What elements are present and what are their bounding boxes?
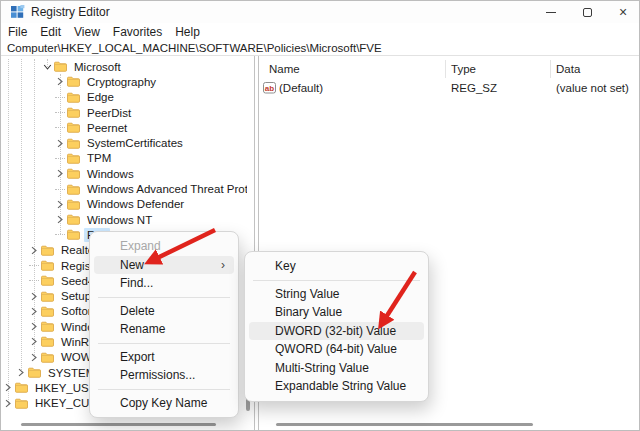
context-menu-item-rename[interactable]: Rename bbox=[94, 320, 234, 339]
menu-separator bbox=[253, 280, 420, 281]
chevron-right-icon[interactable] bbox=[29, 337, 39, 347]
tree-item-windows-nt[interactable]: Windows NT bbox=[1, 212, 247, 227]
new-submenu-item-qword-64-bit-value[interactable]: QWORD (64-bit) Value bbox=[249, 340, 424, 359]
value-data: (value not set) bbox=[556, 82, 629, 94]
folder-icon bbox=[41, 306, 54, 317]
close-button[interactable]: × bbox=[609, 1, 637, 23]
tree-item-edge[interactable]: Edge bbox=[1, 90, 247, 105]
menubar-item-favorites[interactable]: Favorites bbox=[113, 25, 162, 39]
column-header-data[interactable]: Data bbox=[556, 63, 580, 75]
maximize-icon bbox=[583, 8, 592, 17]
context-menu-item-find[interactable]: Find... bbox=[94, 274, 234, 293]
folder-icon bbox=[41, 260, 54, 271]
tree-item-label: Windows bbox=[84, 167, 137, 181]
address-bar[interactable]: Computer\HKEY_LOCAL_MACHINE\SOFTWARE\Pol… bbox=[1, 41, 639, 56]
value-row-default[interactable]: ab (Default) REG_SZ (value not set) bbox=[259, 81, 639, 97]
registry-editor-window: Registry Editor × FileEditViewFavoritesH… bbox=[0, 0, 640, 431]
folder-icon bbox=[67, 138, 80, 149]
folder-icon bbox=[41, 321, 54, 332]
chevron-right-icon[interactable] bbox=[55, 199, 65, 209]
string-value-icon: ab bbox=[263, 82, 277, 97]
tree-item-microsoft[interactable]: Microsoft bbox=[1, 59, 247, 74]
column-header-name[interactable]: Name bbox=[269, 63, 300, 75]
column-separator[interactable] bbox=[550, 60, 551, 78]
folder-icon bbox=[67, 76, 80, 87]
tree-item-label: Windows Advanced Threat Protecti bbox=[84, 182, 247, 196]
tree-connector bbox=[29, 280, 39, 281]
menu-separator bbox=[98, 297, 230, 298]
chevron-right-icon[interactable] bbox=[16, 368, 26, 378]
tree-horizontal-scrollbar[interactable] bbox=[21, 423, 216, 426]
tree-item-cryptography[interactable]: Cryptography bbox=[1, 74, 247, 89]
folder-icon bbox=[67, 153, 80, 164]
value-type: REG_SZ bbox=[451, 82, 497, 94]
tree-item-label: Windows NT bbox=[84, 213, 155, 227]
tree-item-windows-advanced-threat-protecti[interactable]: Windows Advanced Threat Protecti bbox=[1, 181, 247, 196]
tree-item-label: TPM bbox=[84, 151, 114, 165]
column-separator[interactable] bbox=[445, 60, 446, 78]
tree-item-systemcertificates[interactable]: SystemCertificates bbox=[1, 135, 247, 150]
new-submenu-item-dword-32-bit-value[interactable]: DWORD (32-bit) Value bbox=[249, 322, 424, 341]
folder-icon bbox=[54, 61, 67, 72]
chevron-right-icon[interactable] bbox=[29, 291, 39, 301]
chevron-right-icon[interactable] bbox=[29, 245, 39, 255]
tree-item-windows[interactable]: Windows bbox=[1, 166, 247, 181]
value-name: (Default) bbox=[279, 82, 323, 94]
folder-icon bbox=[67, 92, 80, 103]
context-menu-item-new[interactable]: New › bbox=[94, 256, 234, 275]
folder-icon bbox=[41, 275, 54, 286]
tree-item-label: PeerDist bbox=[84, 106, 134, 120]
minimize-icon bbox=[546, 12, 556, 13]
tree-item-windows-defender[interactable]: Windows Defender bbox=[1, 197, 247, 212]
tree-connector bbox=[55, 234, 65, 235]
new-submenu-item-expandable-string-value[interactable]: Expandable String Value bbox=[249, 377, 424, 396]
submenu-arrow-icon: › bbox=[221, 256, 225, 275]
new-submenu-item-key[interactable]: Key bbox=[249, 257, 424, 276]
menubar-item-file[interactable]: File bbox=[8, 25, 27, 39]
folder-icon bbox=[67, 184, 80, 195]
menubar-item-edit[interactable]: Edit bbox=[40, 25, 61, 39]
chevron-right-icon[interactable] bbox=[29, 306, 39, 316]
tree-connector bbox=[55, 189, 65, 190]
svg-text:ab: ab bbox=[265, 84, 274, 93]
chevron-right-icon[interactable] bbox=[55, 215, 65, 225]
tree-item-tpm[interactable]: TPM bbox=[1, 151, 247, 166]
tree-item-peerdist[interactable]: PeerDist bbox=[1, 105, 247, 120]
tree-item-label: Edge bbox=[84, 90, 117, 104]
list-horizontal-scrollbar[interactable] bbox=[276, 423, 533, 426]
context-menu-item-permissions[interactable]: Permissions... bbox=[94, 366, 234, 385]
menubar-item-view[interactable]: View bbox=[74, 25, 100, 39]
new-submenu-item-string-value[interactable]: String Value bbox=[249, 285, 424, 304]
chevron-right-icon[interactable] bbox=[55, 169, 65, 179]
tree-item-label: Microsoft bbox=[71, 60, 124, 74]
close-icon: × bbox=[619, 4, 627, 20]
chevron-right-icon[interactable] bbox=[29, 322, 39, 332]
tree-connector bbox=[29, 265, 39, 266]
context-menu-item-export[interactable]: Export bbox=[94, 348, 234, 367]
tree-item-label: Peernet bbox=[84, 121, 130, 135]
tree-connector bbox=[55, 158, 65, 159]
folder-icon bbox=[15, 382, 28, 393]
new-submenu-item-multi-string-value[interactable]: Multi-String Value bbox=[249, 359, 424, 378]
chevron-right-icon[interactable] bbox=[3, 398, 13, 408]
registry-editor-icon bbox=[10, 5, 25, 19]
chevron-right-icon[interactable] bbox=[29, 352, 39, 362]
folder-icon bbox=[15, 398, 28, 409]
folder-icon bbox=[67, 214, 80, 225]
chevron-right-icon[interactable] bbox=[55, 138, 65, 148]
context-menu-item-copy-key-name[interactable]: Copy Key Name bbox=[94, 394, 234, 413]
context-menu: Expand New › Find... Delete Rename Expor… bbox=[89, 231, 239, 418]
new-submenu: Key String Value Binary Value DWORD (32-… bbox=[244, 251, 429, 402]
minimize-button[interactable] bbox=[537, 1, 565, 23]
context-menu-item-delete[interactable]: Delete bbox=[94, 302, 234, 321]
chevron-right-icon[interactable] bbox=[3, 383, 13, 393]
tree-item-peernet[interactable]: Peernet bbox=[1, 120, 247, 135]
folder-icon bbox=[67, 229, 80, 240]
chevron-down-icon[interactable] bbox=[42, 62, 52, 72]
menubar-item-help[interactable]: Help bbox=[175, 25, 200, 39]
folder-icon bbox=[41, 245, 54, 256]
chevron-right-icon[interactable] bbox=[55, 77, 65, 87]
new-submenu-item-binary-value[interactable]: Binary Value bbox=[249, 303, 424, 322]
column-header-type[interactable]: Type bbox=[451, 63, 476, 75]
maximize-button[interactable] bbox=[573, 1, 601, 23]
